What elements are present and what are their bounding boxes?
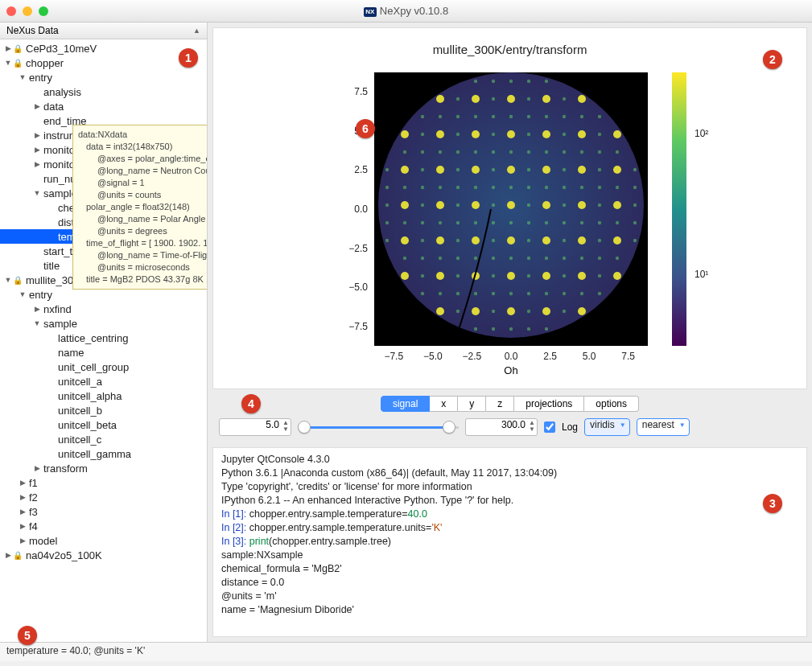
disclosure-icon[interactable] bbox=[3, 551, 13, 559]
disclosure-icon[interactable] bbox=[18, 536, 27, 545]
tab-signal[interactable]: signal bbox=[381, 396, 430, 412]
svg-point-25 bbox=[401, 201, 409, 209]
disclosure-icon[interactable] bbox=[32, 464, 42, 472]
svg-point-12 bbox=[385, 239, 389, 242]
svg-point-204 bbox=[616, 186, 619, 189]
disclosure-icon[interactable] bbox=[32, 189, 42, 197]
plot-panel[interactable]: mullite_300K/entry/transform bbox=[212, 27, 807, 389]
svg-point-120 bbox=[509, 292, 513, 295]
disclosure-icon[interactable] bbox=[32, 146, 42, 154]
tree-row[interactable]: f3 bbox=[0, 504, 207, 519]
disclosure-icon[interactable] bbox=[32, 102, 42, 110]
tab-x[interactable]: x bbox=[430, 396, 458, 412]
tab-z[interactable]: z bbox=[486, 396, 514, 412]
tree-row[interactable]: 🔒chopper bbox=[0, 56, 207, 70]
slider-knob-max[interactable] bbox=[443, 421, 455, 434]
min-input[interactable]: 5.0▲▼ bbox=[219, 418, 291, 436]
tree-row[interactable]: 🔒na04v2o5_100K bbox=[0, 548, 207, 562]
tree-row[interactable]: sample bbox=[0, 316, 207, 331]
interp-select[interactable]: nearest bbox=[637, 418, 690, 436]
svg-point-179 bbox=[578, 272, 586, 280]
disclosure-icon[interactable] bbox=[18, 73, 27, 81]
svg-point-83 bbox=[472, 166, 480, 174]
tree-view[interactable]: 🔒CePd3_10meV🔒chopperentryanalysisdataend… bbox=[0, 39, 207, 642]
sidebar-header[interactable]: NeXus Data ▲ bbox=[0, 23, 207, 39]
tree-label: unitcell_c bbox=[56, 434, 101, 446]
minimize-icon[interactable] bbox=[23, 6, 32, 16]
tab-options[interactable]: options bbox=[584, 396, 639, 412]
window-title: NXNeXpy v0.10.8 bbox=[0, 5, 812, 17]
tree-row[interactable]: f2 bbox=[0, 490, 207, 504]
svg-point-68 bbox=[456, 168, 460, 171]
svg-point-49 bbox=[436, 95, 444, 103]
tree-row[interactable]: unitcell_a bbox=[0, 374, 207, 388]
disclosure-icon[interactable] bbox=[32, 305, 42, 313]
disclosure-icon[interactable] bbox=[18, 479, 27, 487]
sort-icon[interactable]: ▲ bbox=[193, 27, 200, 35]
tree-row[interactable]: nxfind bbox=[0, 302, 207, 316]
tree-row[interactable]: unitcell_c bbox=[0, 432, 207, 446]
zoom-icon[interactable] bbox=[39, 6, 48, 16]
disclosure-icon[interactable] bbox=[18, 290, 27, 298]
tree-row[interactable]: unitcell_alpha bbox=[0, 388, 207, 403]
stepper-icon[interactable]: ▲▼ bbox=[282, 420, 289, 433]
slider-knob-min[interactable] bbox=[298, 421, 311, 434]
annotation-1: 1 bbox=[179, 48, 198, 68]
svg-point-119 bbox=[507, 272, 515, 280]
disclosure-icon[interactable] bbox=[3, 44, 13, 52]
tree-row[interactable]: unitcell_beta bbox=[0, 417, 207, 432]
tab-y[interactable]: y bbox=[458, 396, 486, 412]
tree-row[interactable]: lattice_centring bbox=[0, 331, 207, 345]
log-checkbox[interactable] bbox=[544, 421, 555, 433]
tree-row[interactable]: f4 bbox=[0, 519, 207, 533]
tree-row[interactable]: model bbox=[0, 533, 207, 548]
svg-text:−5.0: −5.0 bbox=[423, 351, 443, 362]
svg-point-112 bbox=[509, 150, 513, 154]
stepper-icon[interactable]: ▲▼ bbox=[529, 420, 535, 433]
tree-row[interactable]: name bbox=[0, 345, 207, 360]
titlebar: NXNeXpy v0.10.8 bbox=[0, 0, 812, 23]
svg-point-146 bbox=[545, 221, 548, 224]
tree-row[interactable]: transform bbox=[0, 461, 207, 475]
disclosure-icon[interactable] bbox=[32, 160, 42, 168]
svg-text:−7.5: −7.5 bbox=[384, 351, 403, 362]
svg-point-98 bbox=[492, 168, 495, 171]
close-icon[interactable] bbox=[6, 6, 16, 16]
disclosure-icon[interactable] bbox=[3, 59, 13, 67]
svg-point-76 bbox=[456, 310, 460, 313]
tree-label: na04v2o5_100K bbox=[24, 549, 102, 561]
colormap-select[interactable]: viridis bbox=[584, 418, 630, 436]
tree-row[interactable]: f1 bbox=[0, 475, 207, 490]
max-input[interactable]: 300.0▲▼ bbox=[465, 418, 538, 436]
svg-point-158 bbox=[563, 168, 566, 171]
plot-canvas[interactable]: −7.5−5.0−2.50.02.55.07.5 7.55.02.50.0−2.… bbox=[213, 28, 801, 374]
disclosure-icon[interactable] bbox=[32, 319, 42, 327]
disclosure-icon[interactable] bbox=[18, 522, 27, 530]
tree-row[interactable]: data bbox=[0, 99, 207, 113]
tree-row[interactable]: analysis bbox=[0, 84, 207, 99]
tree-row[interactable]: unitcell_b bbox=[0, 403, 207, 417]
tree-row[interactable]: unitcell_gamma bbox=[0, 446, 207, 461]
svg-point-108 bbox=[509, 80, 513, 83]
disclosure-icon[interactable] bbox=[32, 131, 42, 139]
svg-point-140 bbox=[545, 115, 548, 118]
svg-point-177 bbox=[578, 236, 586, 245]
disclosure-icon[interactable] bbox=[18, 508, 27, 516]
svg-point-134 bbox=[527, 274, 530, 278]
svg-point-51 bbox=[436, 130, 444, 138]
disclosure-icon[interactable] bbox=[18, 493, 27, 501]
svg-point-81 bbox=[472, 130, 480, 138]
svg-point-96 bbox=[492, 133, 495, 136]
svg-point-139 bbox=[542, 95, 550, 103]
tab-projections[interactable]: projections bbox=[514, 396, 584, 412]
svg-point-141 bbox=[542, 130, 550, 138]
ipython-console[interactable]: Jupyter QtConsole 4.3.0Python 3.6.1 |Ana… bbox=[212, 447, 807, 637]
tree-row[interactable]: unit_cell_group bbox=[0, 360, 207, 374]
range-slider[interactable] bbox=[298, 421, 459, 434]
tree-row[interactable]: 🔒CePd3_10meV bbox=[0, 41, 207, 56]
x-axis-label: Qh bbox=[504, 364, 517, 374]
svg-point-58 bbox=[439, 257, 442, 260]
tree-row[interactable]: entry bbox=[0, 70, 207, 84]
disclosure-icon[interactable] bbox=[3, 276, 13, 284]
svg-point-103 bbox=[492, 257, 495, 260]
